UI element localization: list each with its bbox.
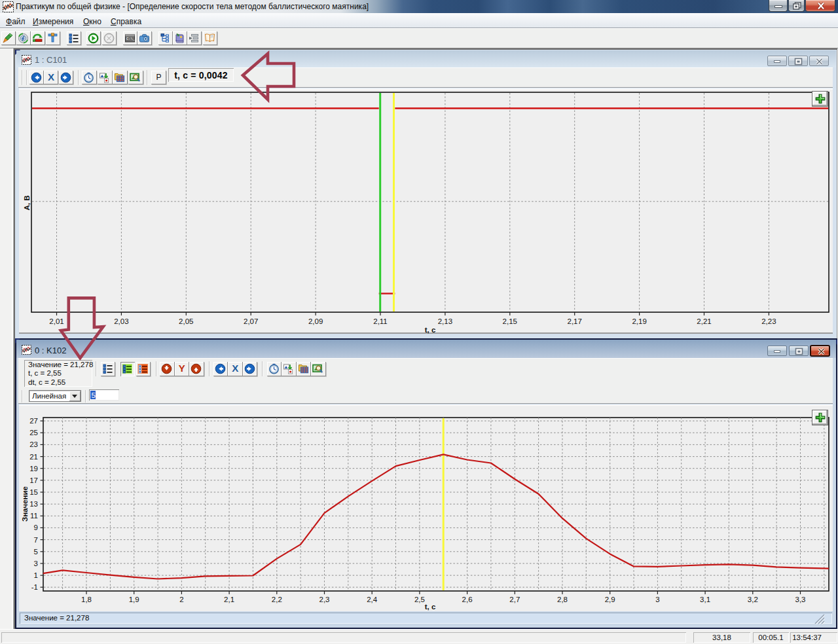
svg-text:1: 1	[34, 571, 38, 579]
svg-text:2,05: 2,05	[179, 317, 193, 325]
svg-text:2,19: 2,19	[632, 317, 646, 325]
svg-text:2,03: 2,03	[114, 317, 128, 325]
svg-text:C:\_: C:\_	[126, 37, 136, 41]
svg-text:2,11: 2,11	[373, 317, 388, 325]
svg-text:2,17: 2,17	[568, 317, 582, 325]
svg-text:5: 5	[34, 548, 38, 556]
svg-text:2,15: 2,15	[503, 317, 517, 325]
svg-text:11: 11	[30, 512, 38, 520]
svg-text:2,1: 2,1	[224, 596, 234, 603]
svg-text:1,8: 1,8	[81, 596, 92, 603]
svg-text:2,09: 2,09	[308, 317, 323, 325]
svg-text:1,9: 1,9	[129, 596, 139, 603]
svg-text:2,21: 2,21	[697, 317, 711, 325]
svg-text:15: 15	[29, 488, 38, 496]
svg-text:13: 13	[29, 500, 38, 508]
svg-text:t, c: t, c	[425, 603, 436, 611]
svg-text:3: 3	[655, 596, 659, 603]
svg-text:2,8: 2,8	[557, 596, 568, 603]
svg-text:27: 27	[29, 417, 38, 425]
svg-text:19: 19	[29, 465, 38, 473]
svg-text:23: 23	[29, 440, 38, 448]
svg-text:3,1: 3,1	[700, 596, 710, 603]
svg-text:3,3: 3,3	[795, 596, 806, 603]
svg-text:21: 21	[29, 453, 38, 461]
svg-text:Значение: Значение	[21, 486, 29, 522]
svg-text:2,5: 2,5	[414, 596, 425, 603]
svg-text:3: 3	[34, 560, 38, 567]
svg-text:-1: -1	[31, 583, 38, 591]
svg-text:7: 7	[34, 536, 38, 544]
svg-text:3,2: 3,2	[748, 596, 758, 603]
svg-text:A, B: A, B	[23, 196, 31, 211]
svg-text:2,2: 2,2	[272, 596, 282, 603]
svg-text:2,3: 2,3	[319, 596, 330, 603]
svg-text:2,23: 2,23	[761, 317, 776, 325]
svg-text:2,6: 2,6	[462, 596, 473, 603]
svg-text:2,4: 2,4	[367, 596, 378, 603]
svg-text:9: 9	[34, 524, 38, 531]
svg-text:2,9: 2,9	[605, 596, 615, 603]
svg-text:2,7: 2,7	[509, 596, 520, 603]
svg-text:t, c: t, c	[425, 326, 436, 334]
svg-text:2,13: 2,13	[438, 317, 452, 325]
svg-text:2: 2	[179, 596, 183, 603]
svg-text:25: 25	[29, 429, 38, 437]
svg-text:2,07: 2,07	[244, 317, 258, 325]
svg-text:17: 17	[29, 476, 38, 484]
